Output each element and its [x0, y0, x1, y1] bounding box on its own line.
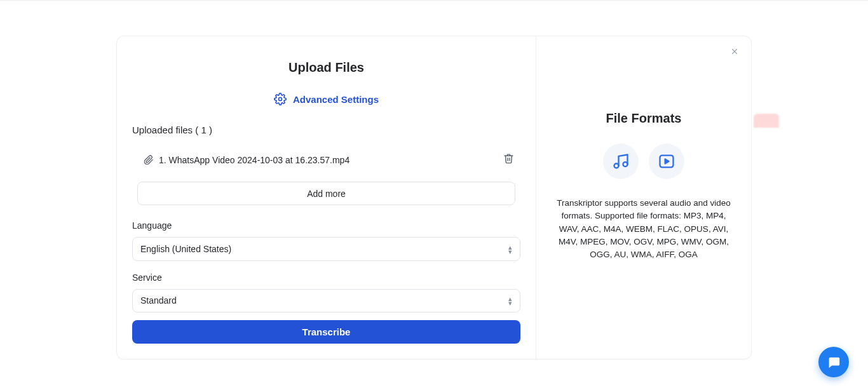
svg-point-4	[623, 162, 628, 166]
video-format-icon-wrap	[649, 144, 684, 179]
format-icons	[603, 144, 684, 179]
paperclip-icon	[144, 155, 154, 165]
svg-marker-6	[665, 159, 669, 164]
service-label: Service	[132, 272, 520, 283]
transcribe-label: Transcribe	[302, 326, 351, 337]
delete-file-button[interactable]	[501, 151, 517, 169]
audio-format-icon-wrap	[603, 144, 639, 179]
close-button[interactable]	[726, 43, 743, 60]
file-formats-title: File Formats	[606, 111, 682, 126]
language-value: English (United States)	[140, 244, 231, 254]
upload-modal: Upload Files Advanced Settings Uploaded …	[116, 36, 752, 360]
service-select[interactable]: Standard ▴▾	[132, 289, 520, 313]
language-select[interactable]: English (United States) ▴▾	[132, 237, 520, 260]
close-icon	[730, 47, 739, 56]
music-icon	[612, 152, 630, 170]
info-panel: File Formats Transkriptor supports sever…	[536, 36, 751, 359]
upload-panel: Upload Files Advanced Settings Uploaded …	[117, 36, 536, 359]
gear-icon	[274, 93, 287, 105]
svg-point-0	[278, 98, 281, 101]
chevron-sort-icon: ▴▾	[508, 297, 512, 305]
add-more-label: Add more	[307, 189, 346, 199]
uploaded-files-label: Uploaded files ( 1 )	[132, 124, 520, 135]
svg-point-3	[614, 164, 619, 168]
chat-fab[interactable]	[818, 347, 849, 377]
add-more-button[interactable]: Add more	[137, 182, 515, 205]
file-info: 1. WhatsApp Video 2024-10-03 at 16.23.57…	[144, 155, 349, 165]
transcribe-button[interactable]: Transcribe	[132, 320, 520, 344]
video-play-icon	[658, 152, 675, 170]
trash-icon	[503, 153, 514, 164]
uploaded-file-row: 1. WhatsApp Video 2024-10-03 at 16.23.57…	[132, 143, 520, 177]
file-formats-description: Transkriptor supports several audio and …	[548, 197, 740, 261]
modal-title: Upload Files	[132, 60, 520, 75]
file-name: 1. WhatsApp Video 2024-10-03 at 16.23.57…	[159, 155, 349, 165]
language-label: Language	[132, 220, 520, 231]
chevron-sort-icon: ▴▾	[508, 245, 512, 253]
service-value: Standard	[140, 295, 177, 306]
chat-icon	[827, 355, 841, 369]
advanced-settings-link[interactable]: Advanced Settings	[132, 93, 520, 105]
advanced-settings-label: Advanced Settings	[293, 94, 379, 105]
